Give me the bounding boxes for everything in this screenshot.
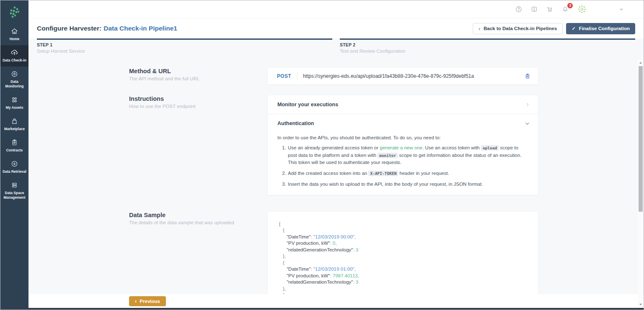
page-title-prefix: Configure Harvester: <box>37 25 101 32</box>
vertical-scrollbar[interactable] <box>638 59 643 307</box>
json-code-line: { <box>279 260 528 266</box>
step-2-label: STEP 2 <box>340 42 635 47</box>
window-bottom-edge <box>28 308 644 310</box>
finalise-button[interactable]: ✓ Finalise Configuration <box>566 23 635 34</box>
json-code-line: "relatedGenerationTechnology": 3 <box>279 279 528 286</box>
section-subtitle: The API method and the full URL <box>129 76 259 81</box>
auth-step-3: Insert the data you wish to upload to th… <box>287 181 525 188</box>
page-title-pipeline-name: Data Check-in Pipeline1 <box>103 25 177 32</box>
json-code-line: "relatedGenerationTechnology": 3 <box>279 247 528 254</box>
copy-url-icon[interactable] <box>524 73 531 79</box>
section-title: Data Sample <box>129 212 259 218</box>
app-window: Home Data Check-in Data Monitoring My As… <box>0 0 644 310</box>
generate-token-link[interactable]: generate a new one <box>380 145 422 150</box>
sidebar-item-data-space-management[interactable]: Data Space Management <box>0 178 28 204</box>
notification-badge: 3 <box>567 3 573 8</box>
data-retrieval-icon <box>10 160 18 168</box>
data-sample-label: Data Sample The details of the data samp… <box>129 212 268 295</box>
profile-avatar[interactable] <box>577 4 587 14</box>
scroll-up-arrow-icon[interactable] <box>638 60 643 65</box>
back-button[interactable]: ‹ Back to Data Check-in Pipelines <box>473 23 563 34</box>
accordion-title: Monitor your executions <box>277 102 338 108</box>
sidebar-item-label: Data Retrieval <box>3 169 26 174</box>
section-method-url: Method & URL The API method and the full… <box>129 68 644 85</box>
data-sample-card: [{"DateTime": "12/03/2019 00:00","PV pro… <box>268 212 538 295</box>
step-2-description: Test and Review Configuration <box>340 49 635 54</box>
accordion-monitor-executions[interactable]: Monitor your executions <box>268 95 538 114</box>
endpoint-url: https://synergies-eds.eu/api/upload/1fa4… <box>303 73 474 79</box>
marketplace-bag-icon <box>10 117 18 125</box>
auth-step-2: Add the created access token into an X-A… <box>287 170 525 177</box>
sidebar-item-home[interactable]: Home <box>0 24 28 45</box>
json-code-line: [ <box>279 221 528 228</box>
method-url-label: Method & URL The API method and the full… <box>129 68 268 85</box>
chevron-left-icon: ‹ <box>135 298 137 304</box>
chevron-left-icon: ‹ <box>478 26 480 31</box>
home-icon <box>10 27 18 35</box>
section-title: Instructions <box>129 95 259 102</box>
auth-steps-list: Use an already generated access token or… <box>277 144 525 188</box>
topbar: 3 <box>28 0 644 18</box>
sidebar-item-label: Home <box>10 37 20 41</box>
instructions-label: Instructions How to use the POST endpoin… <box>129 95 268 195</box>
instructions-card: Monitor your executions Authentication <box>268 95 538 195</box>
data-space-server-icon <box>10 181 18 189</box>
content-area: Method & URL The API method and the full… <box>28 59 644 294</box>
json-code-line: "PV production, kW": 7987.40113, <box>279 273 528 279</box>
page-title: Configure Harvester: Data Check-in Pipel… <box>37 25 177 32</box>
cart-icon[interactable] <box>546 5 553 13</box>
json-code-line: { <box>279 227 528 234</box>
sidebar-item-label: Data Check-in <box>3 58 26 63</box>
monitoring-gauge-icon <box>10 70 18 78</box>
auth-step-1: Use an already generated access token or… <box>287 144 525 166</box>
assets-grid-icon <box>10 96 18 104</box>
sidebar-item-contracts[interactable]: Contracts <box>0 135 28 156</box>
accordion-authentication[interactable]: Authentication <box>268 114 538 133</box>
sidebar-item-data-monitoring[interactable]: Data Monitoring <box>0 67 28 92</box>
section-instructions: Instructions How to use the POST endpoin… <box>129 95 644 195</box>
step-1-description: Setup Harvest Service <box>37 49 332 54</box>
docs-icon[interactable] <box>530 5 538 13</box>
sidebar-nav: Home Data Check-in Data Monitoring My As… <box>0 24 28 204</box>
previous-button-label: Previous <box>140 299 160 304</box>
step-1[interactable]: STEP 1 Setup Harvest Service <box>37 38 332 59</box>
footer: ‹ Previous <box>28 294 644 308</box>
sidebar: Home Data Check-in Data Monitoring My As… <box>0 0 28 310</box>
sidebar-item-marketplace[interactable]: Marketplace <box>0 114 28 135</box>
logo-dots-icon <box>8 5 22 19</box>
sidebar-item-data-check-in[interactable]: Data Check-in <box>0 45 28 67</box>
avatar-dots-icon <box>577 4 587 14</box>
main-area: 3 Configure Harvester: Data Check-in P <box>28 0 644 310</box>
accordion-title: Authentication <box>277 120 314 126</box>
steps: STEP 1 Setup Harvest Service STEP 2 Test… <box>28 38 644 59</box>
finalise-button-label: Finalise Configuration <box>579 26 630 31</box>
app-logo[interactable] <box>0 0 28 24</box>
help-icon[interactable] <box>515 5 522 13</box>
sidebar-item-my-assets[interactable]: My Assets <box>0 92 28 114</box>
sidebar-item-label: Marketplace <box>4 127 25 131</box>
notifications-icon[interactable]: 3 <box>561 5 569 13</box>
previous-button[interactable]: ‹ Previous <box>129 296 166 306</box>
check-icon: ✓ <box>572 26 575 31</box>
caret-down-icon[interactable] <box>618 6 624 12</box>
sidebar-item-label: Contracts <box>6 148 23 153</box>
scrollbar-thumb[interactable] <box>639 66 643 212</box>
page-header: Configure Harvester: Data Check-in Pipel… <box>28 18 644 38</box>
header-actions: ‹ Back to Data Check-in Pipelines ✓ Fina… <box>473 23 635 34</box>
sidebar-item-data-retrieval[interactable]: Data Retrieval <box>0 156 28 178</box>
json-sample-code: [{"DateTime": "12/03/2019 00:00","PV pro… <box>279 221 528 295</box>
section-title: Method & URL <box>129 68 259 74</box>
json-code-line: "DateTime": "12/03/2019 01:00", <box>279 266 528 273</box>
scroll-down-arrow-icon[interactable] <box>638 302 643 307</box>
step-2[interactable]: STEP 2 Test and Review Configuration <box>340 38 635 59</box>
chevron-right-icon <box>525 102 530 108</box>
section-subtitle: How to use the POST endpoint <box>129 104 259 109</box>
http-method-badge: POST <box>277 73 291 79</box>
json-code-line: }, <box>279 286 528 292</box>
authentication-body: In order to use the APIs, you should be … <box>268 133 538 195</box>
sidebar-item-label: Data Space Management <box>1 191 28 200</box>
divider <box>297 72 297 81</box>
method-url-card: POST https://synergies-eds.eu/api/upload… <box>268 68 538 85</box>
step-1-label: STEP 1 <box>37 42 332 47</box>
cloud-upload-icon <box>10 49 18 56</box>
